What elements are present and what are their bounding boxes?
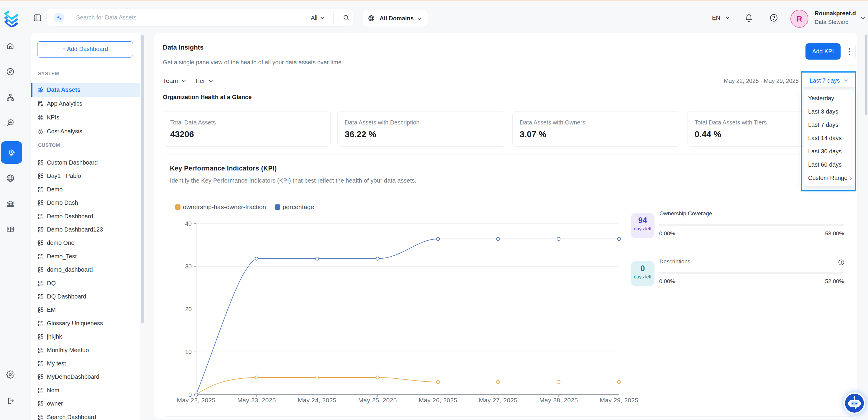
svg-text:10: 10: [185, 349, 192, 355]
svg-text:May 26, 2025: May 26, 2025: [419, 397, 458, 403]
svg-text:May 29, 2025: May 29, 2025: [600, 397, 639, 403]
svg-text:May 28, 2025: May 28, 2025: [539, 397, 578, 403]
svg-text:20: 20: [185, 306, 192, 312]
svg-text:May 23, 2025: May 23, 2025: [238, 397, 276, 403]
svg-text:30: 30: [185, 263, 192, 270]
svg-text:May 27, 2025: May 27, 2025: [479, 397, 518, 403]
svg-text:May 25, 2025: May 25, 2025: [358, 397, 397, 403]
svg-text:May 22, 2025: May 22, 2025: [177, 397, 216, 403]
svg-text:40: 40: [185, 220, 192, 227]
svg-text:May 24, 2025: May 24, 2025: [298, 397, 337, 403]
